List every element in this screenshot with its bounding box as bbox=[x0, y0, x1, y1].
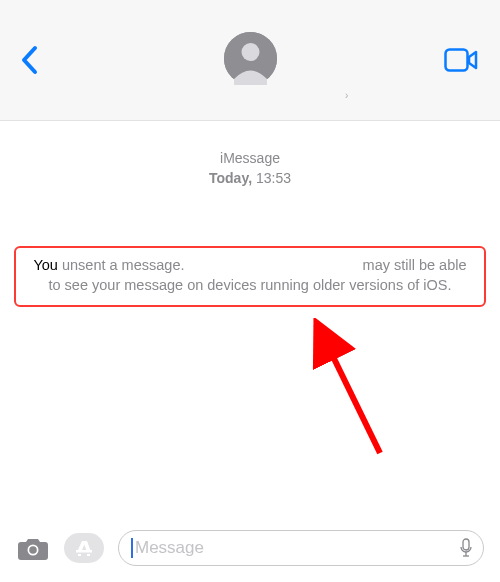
back-button[interactable] bbox=[20, 45, 38, 75]
svg-rect-7 bbox=[76, 550, 92, 553]
video-camera-icon bbox=[444, 48, 478, 72]
annotation-arrow-icon bbox=[310, 318, 390, 458]
svg-line-4 bbox=[324, 338, 380, 453]
svg-point-6 bbox=[29, 546, 37, 554]
day-label: Today, bbox=[209, 170, 252, 186]
conversation-header: › bbox=[0, 0, 500, 121]
camera-icon bbox=[17, 535, 49, 561]
svg-rect-2 bbox=[446, 50, 468, 71]
unsent-you: You bbox=[33, 257, 57, 273]
message-placeholder: Message bbox=[135, 538, 204, 558]
chevron-right-icon: › bbox=[345, 90, 348, 101]
facetime-video-button[interactable] bbox=[444, 48, 478, 72]
text-caret bbox=[131, 538, 133, 558]
camera-button[interactable] bbox=[16, 533, 50, 563]
app-store-icon bbox=[74, 538, 94, 558]
message-input[interactable]: Message bbox=[118, 530, 484, 566]
unsent-text-1: unsent a message. bbox=[58, 257, 185, 273]
unsent-message-notice: You unsent a message. may still be able … bbox=[14, 246, 486, 307]
svg-rect-9 bbox=[87, 554, 90, 556]
message-input-bar: Message bbox=[0, 526, 500, 570]
conversation-body: iMessage Today, 13:53 You unsent a messa… bbox=[0, 121, 500, 307]
timestamp-label: iMessage Today, 13:53 bbox=[0, 149, 500, 188]
svg-rect-8 bbox=[78, 554, 81, 556]
avatar-placeholder-icon bbox=[224, 32, 277, 85]
svg-rect-10 bbox=[463, 539, 469, 550]
microphone-icon bbox=[459, 538, 473, 558]
service-label: iMessage bbox=[0, 149, 500, 169]
contact-avatar[interactable] bbox=[224, 32, 277, 85]
time-label: 13:53 bbox=[256, 170, 291, 186]
back-chevron-icon bbox=[20, 45, 38, 75]
app-store-button[interactable] bbox=[64, 533, 104, 563]
svg-point-1 bbox=[241, 43, 259, 61]
dictation-button[interactable] bbox=[459, 538, 473, 558]
